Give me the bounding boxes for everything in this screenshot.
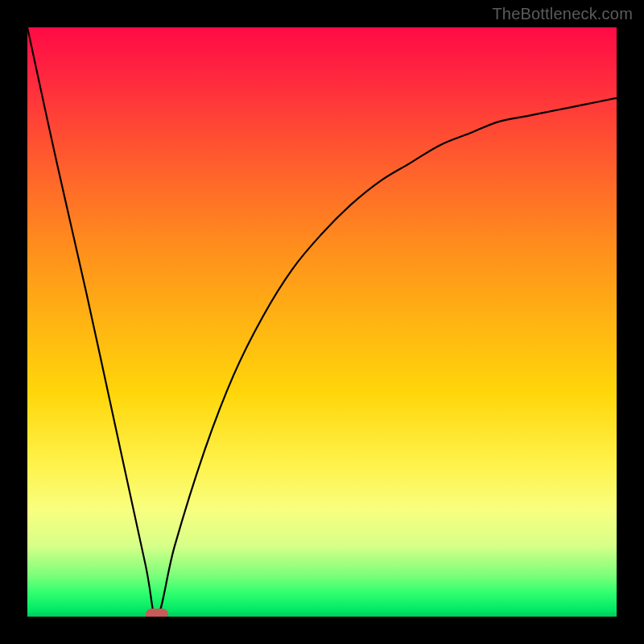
watermark-text: TheBottleneck.com	[492, 5, 633, 23]
minimum-marker	[146, 609, 168, 617]
plot-area	[27, 27, 617, 617]
chart-frame: TheBottleneck.com	[0, 0, 644, 644]
bottleneck-curve	[27, 27, 617, 617]
